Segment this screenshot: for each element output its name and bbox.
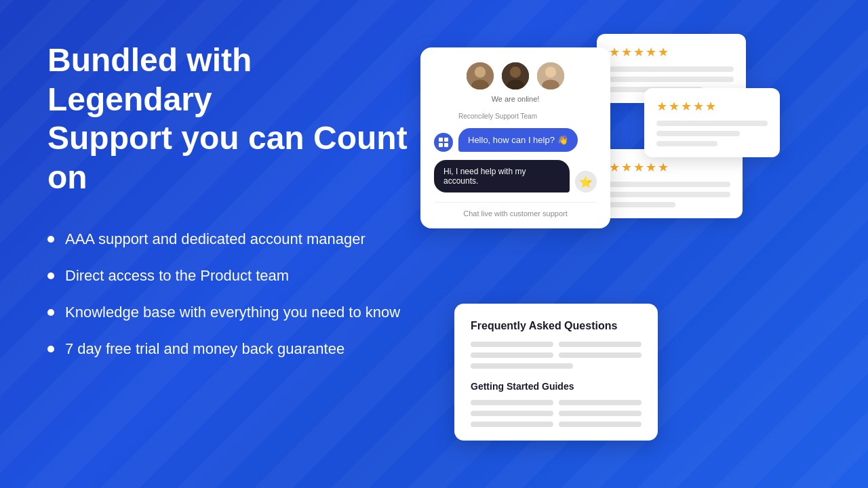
user-message-row: Hi, I need help with my accounts. ⭐ [434, 160, 597, 192]
support-logo [434, 133, 453, 152]
svg-point-4 [510, 66, 521, 77]
greeting-bubble: Hello, how can I help? 👋 [458, 128, 578, 152]
review-lines-2 [656, 121, 768, 146]
user-bubble: Hi, I need help with my accounts. [434, 160, 570, 192]
svg-point-7 [545, 66, 556, 77]
svg-rect-12 [444, 143, 448, 147]
bullet-text-2: Direct access to the Product team [65, 267, 289, 285]
faq-line [471, 363, 573, 369]
avatar-2 [500, 61, 530, 91]
review-line [656, 131, 740, 136]
chat-messages: Reconcilely Support Team Hello, how can … [434, 113, 597, 192]
chat-footer: Chat live with customer support [434, 202, 597, 218]
faq-line [559, 352, 642, 358]
bullet-dot-2 [47, 272, 54, 279]
review-line [656, 141, 717, 146]
bullet-item-4: 7 day free trial and money back guarante… [47, 340, 420, 358]
review-line [609, 182, 730, 187]
headline: Bundled with Legendary Support you can C… [47, 41, 420, 197]
bullet-item-2: Direct access to the Product team [47, 267, 420, 285]
faq-lines [471, 342, 642, 369]
faq-line [559, 342, 642, 347]
send-icon[interactable]: ⭐ [575, 171, 597, 192]
bullet-list: AAA support and dedicated account manage… [47, 230, 420, 358]
review-card-2: ★★★★★ [644, 88, 780, 157]
avatar-3 [536, 61, 566, 91]
review-line [609, 192, 730, 197]
headline-line1: Bundled with Legendary [47, 42, 252, 117]
faq-line [471, 400, 553, 405]
faq-title: Frequently Asked Questions [471, 320, 642, 332]
online-status: We are online! [434, 95, 597, 103]
faq-line [471, 352, 553, 358]
headline-line2: Support you can Count on [47, 120, 408, 195]
stars-3: ★★★★★ [609, 160, 730, 175]
stars-2: ★★★★★ [656, 99, 768, 114]
bullet-dot-3 [47, 309, 54, 316]
bullet-item-3: Knowledge base with everything you need … [47, 304, 420, 321]
review-line [609, 66, 734, 72]
svg-rect-11 [439, 143, 443, 147]
faq-line [471, 411, 553, 416]
faq-line [471, 422, 553, 427]
faq-card: Frequently Asked Questions Getting Start… [454, 304, 658, 441]
review-lines-3 [609, 182, 730, 207]
main-content: Bundled with Legendary Support you can C… [0, 0, 868, 488]
bullet-dot-4 [47, 346, 54, 352]
guides-lines [471, 400, 642, 427]
guides-title: Getting Started Guides [471, 381, 642, 392]
review-line [656, 121, 768, 126]
chat-widget: We are online! Reconcilely Support Team … [420, 47, 610, 228]
faq-line [559, 400, 642, 405]
svg-point-1 [475, 66, 486, 77]
stars-1: ★★★★★ [609, 45, 734, 60]
chat-avatars [434, 61, 597, 91]
faq-line [559, 422, 642, 427]
bullet-text-4: 7 day free trial and money back guarante… [65, 340, 344, 358]
svg-rect-10 [444, 138, 448, 142]
faq-line [471, 342, 553, 347]
support-label: Reconcilely Support Team [458, 113, 597, 120]
bullet-dot-1 [47, 236, 54, 243]
faq-line [559, 411, 642, 416]
left-panel: Bundled with Legendary Support you can C… [47, 34, 420, 358]
bullet-text-3: Knowledge base with everything you need … [65, 304, 400, 321]
review-line [609, 77, 734, 82]
review-line [609, 202, 675, 207]
bullet-text-1: AAA support and dedicated account manage… [65, 230, 366, 248]
svg-rect-9 [439, 138, 443, 142]
review-card-3: ★★★★★ [597, 149, 743, 218]
right-panel: We are online! Reconcilely Support Team … [420, 34, 827, 461]
greeting-row: Hello, how can I help? 👋 [434, 128, 597, 152]
bullet-item-1: AAA support and dedicated account manage… [47, 230, 420, 248]
avatar-1 [465, 61, 495, 91]
